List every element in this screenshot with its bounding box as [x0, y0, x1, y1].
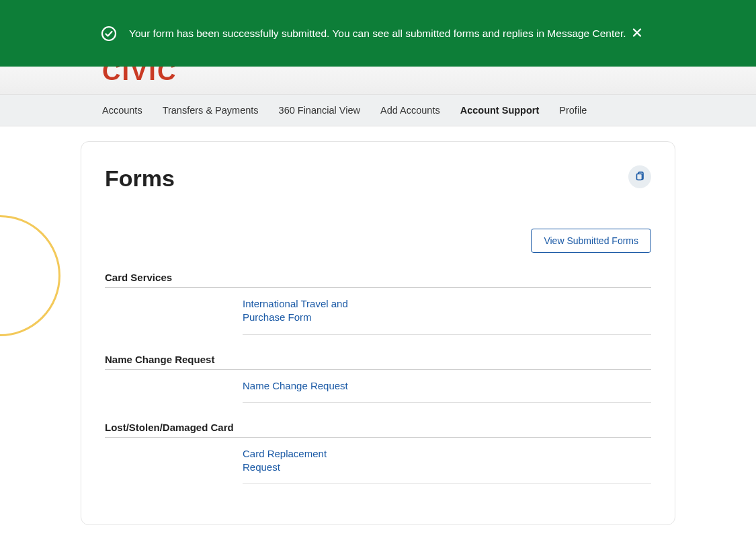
check-circle-icon — [101, 26, 117, 42]
form-link-card-replacement[interactable]: Card Replacement Request — [243, 447, 364, 475]
forms-card: Forms View Submitted Forms Card Services… — [81, 141, 675, 525]
banner-message: Your form has been successfully submitte… — [129, 28, 626, 40]
header-strip: CIVIC — [0, 67, 756, 95]
nav-360-financial-view[interactable]: 360 Financial View — [279, 105, 360, 116]
success-banner: Your form has been successfully submitte… — [0, 0, 756, 67]
nav-add-accounts[interactable]: Add Accounts — [380, 105, 440, 116]
copy-icon-button[interactable] — [628, 165, 651, 188]
main-nav: Accounts Transfers & Payments 360 Financ… — [0, 95, 756, 126]
nav-profile[interactable]: Profile — [559, 105, 587, 116]
page-title: Forms — [105, 165, 175, 192]
section-title: Name Change Request — [105, 354, 651, 370]
nav-accounts[interactable]: Accounts — [102, 105, 142, 116]
section-lost-stolen-damaged: Lost/Stolen/Damaged Card Card Replacemen… — [105, 422, 651, 485]
close-icon[interactable] — [632, 26, 642, 40]
view-submitted-forms-button[interactable]: View Submitted Forms — [531, 229, 651, 253]
form-link-name-change[interactable]: Name Change Request — [243, 379, 348, 393]
section-card-services: Card Services International Travel and P… — [105, 272, 651, 335]
nav-account-support[interactable]: Account Support — [460, 105, 540, 116]
svg-rect-3 — [637, 174, 642, 180]
form-link-international-travel[interactable]: International Travel and Purchase Form — [243, 297, 364, 325]
section-name-change: Name Change Request Name Change Request — [105, 354, 651, 403]
nav-transfers-payments[interactable]: Transfers & Payments — [163, 105, 259, 116]
svg-point-0 — [102, 27, 116, 40]
section-title: Card Services — [105, 272, 651, 288]
section-title: Lost/Stolen/Damaged Card — [105, 422, 651, 438]
